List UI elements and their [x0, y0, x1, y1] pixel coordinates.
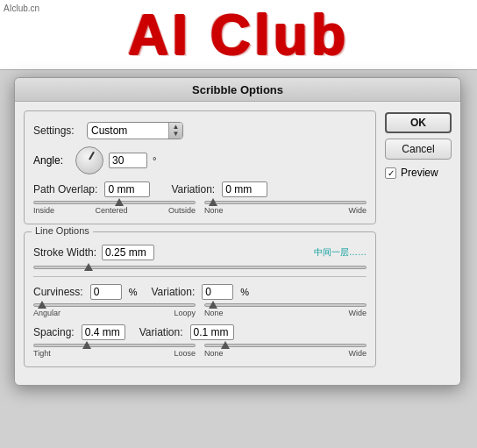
scribble-options-dialog: Scribble Options Settings: Custom ▲▼ Ang… [14, 77, 461, 386]
dropdown-arrow-icon: ▲▼ [168, 123, 182, 139]
stroke-width-input[interactable] [102, 245, 154, 260]
label-wide3: Wide [348, 349, 367, 358]
spacing-slider-col: Tight Loose [33, 344, 196, 358]
settings-section: Settings: Custom ▲▼ Angle: ° [24, 110, 376, 224]
dialog-main: Settings: Custom ▲▼ Angle: ° [24, 110, 376, 374]
curviness-variation-slider-col: None Wide [204, 303, 367, 317]
dialog-titlebar: Scribble Options [15, 78, 460, 102]
stroke-width-label: Stroke Width: [33, 246, 96, 259]
label-loopy: Loopy [174, 309, 196, 317]
curviness-variation-thumb[interactable] [209, 301, 217, 309]
spacing-labels: Tight Loose [33, 349, 196, 358]
stroke-width-slider-area [33, 266, 367, 269]
spacing-variation-label: Variation: [139, 326, 183, 338]
label-wide: Wide [348, 206, 367, 215]
dialog-buttons: OK Cancel ✓ Preview [385, 110, 452, 374]
curviness-track[interactable] [33, 303, 196, 307]
spacing-variation-slider-col: None Wide [204, 344, 367, 358]
header-area: AIclub.cn AI Club [0, 0, 477, 70]
label-loose: Loose [174, 349, 196, 358]
path-variation-label: Variation: [171, 183, 215, 196]
path-variation-slider-col: None Wide [204, 201, 367, 215]
angle-dial[interactable] [75, 146, 103, 174]
ai-club-logo: AI Club [128, 3, 349, 68]
angle-label: Angle: [33, 154, 70, 167]
label-tight: Tight [33, 349, 51, 358]
curviness-variation-input[interactable] [202, 284, 233, 300]
path-overlap-thumb[interactable] [115, 198, 124, 206]
stroke-width-row: Stroke Width: 中间一层…… [33, 245, 367, 260]
spacing-track[interactable] [33, 344, 196, 347]
spacing-variation-labels: None Wide [204, 349, 367, 358]
label-outside: Outside [168, 206, 196, 215]
path-overlap-labels: Inside Centered Outside [33, 206, 196, 215]
curviness-input[interactable] [90, 284, 122, 300]
curviness-row: Curviness: % Variation: % [33, 284, 367, 300]
curviness-label: Curviness: [33, 286, 83, 298]
path-variation-track[interactable] [204, 201, 367, 204]
curviness-unit: % [129, 287, 138, 297]
curviness-labels: Angular Loopy [33, 309, 196, 317]
spacing-variation-thumb[interactable] [221, 341, 230, 349]
curviness-variation-label: Variation: [151, 286, 195, 298]
spacing-variation-track[interactable] [204, 344, 367, 347]
settings-label: Settings: [33, 124, 82, 137]
preview-row: ✓ Preview [385, 167, 452, 179]
note-text: 中间一层…… [314, 246, 367, 259]
spacing-thumb[interactable] [82, 341, 91, 349]
path-overlap-slider-col: Inside Centered Outside [33, 201, 196, 215]
path-overlap-input[interactable] [104, 181, 150, 197]
preview-checkbox[interactable]: ✓ [385, 167, 396, 179]
curviness-sliders: Angular Loopy None Wide [33, 303, 367, 317]
angle-row: Angle: ° [33, 146, 367, 174]
label-angular: Angular [33, 309, 61, 317]
watermark: AIclub.cn [4, 4, 39, 13]
dial-tick [89, 152, 95, 160]
label-none: None [204, 206, 224, 215]
label-centered: Centered [95, 206, 127, 215]
ok-button[interactable]: OK [385, 112, 452, 133]
preview-label: Preview [401, 167, 438, 179]
spacing-variation-input[interactable] [190, 324, 234, 340]
curviness-slider-col: Angular Loopy [33, 303, 196, 317]
line-divider [33, 276, 367, 277]
line-options-section: Line Options Stroke Width: 中间一层…… Curvi [24, 231, 376, 367]
label-none3: None [204, 349, 224, 358]
label-none2: None [204, 309, 224, 317]
path-overlap-row: Path Overlap: Variation: [33, 181, 367, 197]
curviness-variation-labels: None Wide [204, 309, 367, 317]
stroke-width-thumb[interactable] [84, 263, 93, 271]
curviness-thumb[interactable] [38, 301, 46, 309]
path-variation-labels: None Wide [204, 206, 367, 215]
path-overlap-sliders: Inside Centered Outside None Wide [33, 201, 367, 215]
dropdown-value: Custom [91, 124, 168, 137]
cancel-button[interactable]: Cancel [385, 139, 452, 160]
path-variation-thumb[interactable] [209, 198, 217, 206]
path-overlap-label: Path Overlap: [33, 183, 97, 196]
stroke-width-track[interactable] [33, 266, 367, 269]
spacing-sliders: Tight Loose None Wide [33, 344, 367, 358]
dialog-title: Scribble Options [192, 83, 283, 96]
path-variation-input[interactable] [222, 181, 267, 197]
settings-row: Settings: Custom ▲▼ [33, 122, 367, 139]
settings-dropdown[interactable]: Custom ▲▼ [87, 122, 183, 139]
label-inside: Inside [33, 206, 54, 215]
line-options-label: Line Options [32, 225, 93, 236]
spacing-input[interactable] [82, 324, 125, 340]
label-wide2: Wide [348, 309, 367, 317]
spacing-label: Spacing: [33, 326, 75, 338]
spacing-row: Spacing: Variation: [33, 324, 367, 340]
degree-symbol: ° [153, 155, 156, 166]
angle-input[interactable] [109, 153, 147, 168]
dialog-body: Settings: Custom ▲▼ Angle: ° [15, 102, 460, 374]
curviness-variation-track[interactable] [204, 303, 367, 307]
curviness-variation-unit: % [240, 287, 249, 297]
path-overlap-track[interactable] [33, 201, 196, 204]
